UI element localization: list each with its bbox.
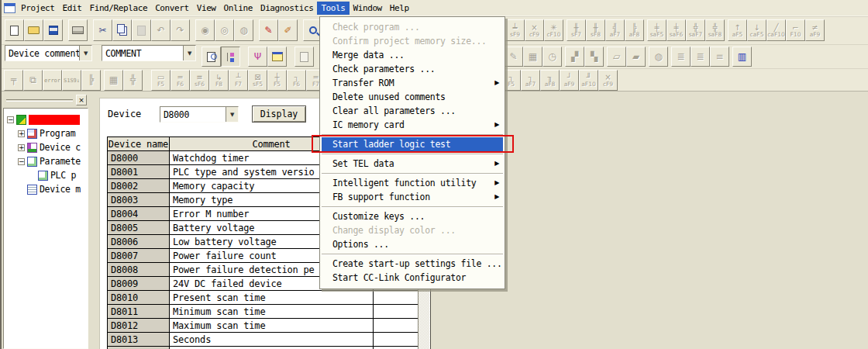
find-contact-icon-button[interactable]: ◍ <box>234 19 253 41</box>
grid-dots-icon-button[interactable]: ▦ <box>104 70 123 91</box>
step-trace-icon-button[interactable]: S1S9↓ <box>62 70 81 91</box>
menu-item-check-parameters[interactable]: Check parameters ... <box>320 62 505 76</box>
window-cascade-icon-button[interactable]: ▱ <box>607 47 626 67</box>
device-name-cell[interactable]: D8014 <box>108 347 170 349</box>
menubar-item-edit[interactable]: Edit <box>59 2 86 15</box>
tree-expander-icon[interactable]: + <box>18 144 25 151</box>
ladder-fkey-icon-button[interactable]: ╖aF8 <box>540 70 560 91</box>
ladder-symbol-icon-button[interactable]: ╪saF6 <box>666 19 686 41</box>
device-name-cell[interactable]: D8002 <box>108 179 170 193</box>
paste-icon-button[interactable] <box>132 19 151 41</box>
comment-tree-icon-button[interactable]: Ψ <box>248 47 267 67</box>
project-data-list-icon-button[interactable] <box>221 47 240 67</box>
device-name-cell[interactable]: D8005 <box>108 221 170 235</box>
menu-item-customize-keys[interactable]: Customize keys ... <box>320 209 505 223</box>
menu-item-confirm-project-memory-size[interactable]: Confirm project memory size... <box>320 34 505 48</box>
menu-item-fb-support-function[interactable]: FB support function▶ <box>320 190 505 204</box>
menu-item-create-start-up-settings-file[interactable]: Create start-up settings file ... <box>320 257 505 271</box>
tree-item-devicem[interactable]: Device m <box>18 182 81 196</box>
data-kind-combobox[interactable]: Device comment ▼ <box>5 45 92 61</box>
chevron-down-icon[interactable]: ▼ <box>226 107 238 122</box>
ladder-fkey-icon-button[interactable]: ┐F6 <box>287 70 306 91</box>
menubar-item-find-replace[interactable]: Find/Replace <box>85 2 151 15</box>
monitor-display-icon-button[interactable]: ▥ <box>732 47 752 67</box>
copy-icon-button[interactable] <box>112 19 132 41</box>
menu-item-set-tel-data[interactable]: Set TEL data▶ <box>320 157 505 171</box>
extra-cell[interactable] <box>374 291 420 305</box>
device-name-cell[interactable]: D8013 <box>108 333 170 347</box>
ladder-fkey-icon-button[interactable]: ▭F5 <box>151 70 170 91</box>
menu-item-change-display-color[interactable]: Change display color ... <box>320 223 505 237</box>
extra-cell[interactable] <box>374 319 420 333</box>
ladder-symbol-icon-button[interactable]: ╱caF10 <box>766 19 786 41</box>
node-down-icon-button[interactable]: ╬ <box>123 70 143 91</box>
device-name-cell[interactable]: D8009 <box>108 277 170 291</box>
close-icon[interactable]: × <box>76 95 87 105</box>
menubar-item-diagnostics[interactable]: Diagnostics <box>257 2 317 15</box>
extra-cell[interactable] <box>374 347 420 349</box>
device-name-cell[interactable]: D8008 <box>108 263 170 277</box>
device-node-icon-button[interactable]: ╠ <box>81 70 101 91</box>
undo-icon-button[interactable]: ↶ <box>151 19 170 41</box>
ladder-fkey-icon-button[interactable]: ┴F7 <box>229 70 248 91</box>
device-name-cell[interactable]: D8010 <box>108 291 170 305</box>
menubar-item-project[interactable]: Project <box>17 2 59 15</box>
tree-item-paramete[interactable]: −Paramete <box>18 154 81 168</box>
ladder-symbol-icon-button[interactable]: ×cF9 <box>525 19 544 41</box>
device-list-icon-button[interactable] <box>267 47 287 67</box>
chevron-down-icon[interactable]: ▼ <box>79 46 91 60</box>
comment-edit-icon-button[interactable]: ✎ <box>504 47 523 67</box>
device-name-cell[interactable]: D8007 <box>108 249 170 263</box>
ladder-monitor-2-icon-button[interactable]: ≣ <box>691 47 710 67</box>
device-combobox[interactable]: D8000 ▼ <box>160 106 239 123</box>
ladder-symbol-icon-button[interactable]: ╬saF7 <box>686 19 705 41</box>
error-jump-icon-button[interactable]: error <box>43 70 62 91</box>
device-name-cell[interactable]: D8000 <box>108 151 170 165</box>
ladder-symbol-icon-button[interactable]: ╠aF8 <box>625 19 644 41</box>
ladder-symbol-icon-button[interactable]: ┷sF9 <box>505 19 525 41</box>
menu-item-merge-data[interactable]: Merge data ... <box>320 48 505 62</box>
menu-item-clear-all-parameters[interactable]: Clear all parameters ... <box>320 104 505 118</box>
tree-item-plcp[interactable]: PLC p <box>29 168 76 182</box>
tree-item-project-root[interactable]: − <box>7 112 80 126</box>
comment-cell[interactable]: Seconds <box>170 333 374 347</box>
menubar-item-view[interactable]: View <box>193 2 220 15</box>
tree-expander-icon[interactable]: − <box>7 116 14 123</box>
ladder-fkey-icon-button[interactable]: ┼F5 <box>267 70 287 91</box>
remote-operation-icon-button[interactable]: ◍ <box>649 47 668 67</box>
comment-cell[interactable] <box>170 347 374 349</box>
find-device-icon-button[interactable]: ◎ <box>215 19 234 41</box>
comment-cell[interactable]: Present scan time <box>170 291 374 305</box>
monitor-write-mode-icon-button[interactable]: ✐ <box>278 19 298 41</box>
ladder-fkey-icon-button[interactable]: ┐aF7 <box>521 70 540 91</box>
display-button[interactable]: Display <box>252 105 306 123</box>
menubar-item-tools[interactable]: Tools <box>317 2 349 15</box>
ladder-symbol-icon-button[interactable]: ╣aF7 <box>605 19 625 41</box>
clock-setting-icon-button[interactable]: ◷ <box>542 47 562 67</box>
tree-item-program[interactable]: +Program <box>18 126 75 140</box>
open-icon-button[interactable] <box>24 19 43 41</box>
device-test-1-icon-button[interactable]: ▞ <box>565 47 584 67</box>
data-name-combobox[interactable]: COMMENT ▼ <box>102 45 196 61</box>
ladder-fkey-icon-button[interactable]: ╜aF10 <box>579 70 598 91</box>
device-name-cell[interactable]: D8004 <box>108 207 170 221</box>
tree-item-devicec[interactable]: +Device c <box>18 140 81 154</box>
cut-icon-button[interactable]: ✂ <box>93 19 112 41</box>
tree-expander-icon[interactable]: + <box>18 130 25 137</box>
device-name-cell[interactable]: D8006 <box>108 235 170 249</box>
menu-item-intelligent-function-utility[interactable]: Intelligent function utility▶ <box>320 176 505 190</box>
device-name-cell[interactable]: D8011 <box>108 305 170 319</box>
comment-display-icon-button[interactable] <box>202 47 221 67</box>
comment-cell[interactable]: Maximum scan time <box>170 319 374 333</box>
device-name-cell[interactable]: D8012 <box>108 319 170 333</box>
ladder-fkey-icon-button[interactable]: ≡sF6 <box>190 70 209 91</box>
ladder-symbol-icon-button[interactable]: ╪saF5 <box>647 19 666 41</box>
panel-grip-handle[interactable] <box>6 99 73 102</box>
ladder-monitor-3-icon-button[interactable]: ≡ <box>710 47 729 67</box>
menu-item-start-cc-link-configurator[interactable]: Start CC-Link Configurator <box>320 271 505 285</box>
chevron-down-icon[interactable]: ▼ <box>183 46 195 60</box>
menubar-item-window[interactable]: Window <box>350 2 386 15</box>
menu-item-start-ladder-logic-test[interactable]: Start ladder logic test <box>322 137 503 151</box>
menu-item-transfer-rom[interactable]: Transfer ROM▶ <box>320 76 505 90</box>
ladder-symbol-icon-button[interactable]: ✳cF10 <box>544 19 563 41</box>
